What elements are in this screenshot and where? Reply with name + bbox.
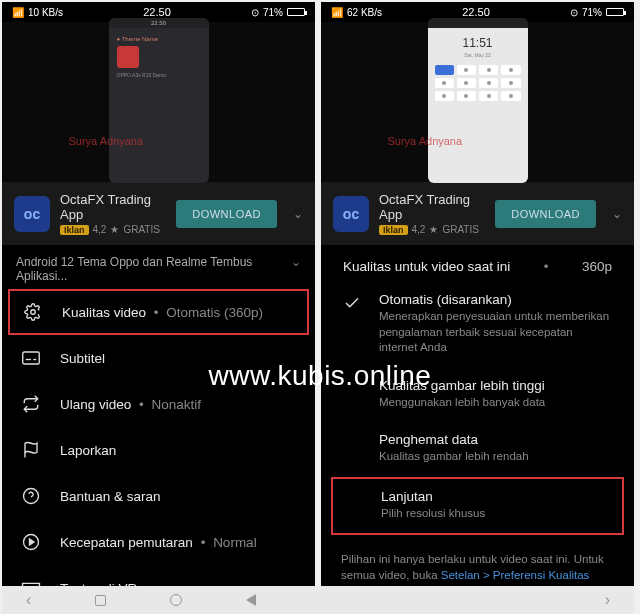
chevron-down-icon[interactable]: ⌄ [612,207,622,221]
alarm-icon: ⊙ [570,7,578,18]
chevron-down-icon[interactable]: ⌄ [291,255,301,269]
quality-options: Otomatis (disarankan) Menerapkan penyesu… [321,282,634,539]
video-watermark: Surya Adnyana [69,135,144,147]
quality-header-value: 360p [582,259,612,274]
net-speed: 10 KB/s [28,7,63,18]
star-icon: ★ [429,224,438,235]
menu-report[interactable]: Laporkan [2,427,315,473]
signal-icon: 📶 [331,7,343,18]
quality-higher[interactable]: Kualitas gambar lebih tinggi Menggunakan… [321,368,634,423]
menu-captions-label: Subtitel [60,351,297,366]
menu-help[interactable]: Bantuan & saran [2,473,315,519]
ad-rating: 4,2 [412,224,426,235]
alarm-icon: ⊙ [251,7,259,18]
menu-quality-label: Kualitas video [62,305,146,320]
net-speed: 62 KB/s [347,7,382,18]
menu-vr[interactable]: Tonton di VR [2,565,315,587]
quality-header-label: Kualitas untuk video saat ini [343,259,510,274]
phone-right: 📶 62 KB/s 22.50 ⊙ 71% 11:51 Sat, May 22 [321,2,634,587]
ad-title: OctaFX Trading App [60,192,166,222]
settings-menu: Kualitas video • Otomatis (360p) Subtite… [2,289,315,587]
quality-higher-desc: Menggunakan lebih banyak data [379,395,614,411]
menu-loop[interactable]: Ulang video • Nonaktif [2,381,315,427]
phone-left: 📶 10 KB/s 22.50 ⊙ 71% 22.50 ● Theme Name… [2,2,315,587]
ad-banner[interactable]: oc OctaFX Trading App Iklan 4,2 ★ GRATIS… [321,182,634,245]
help-icon [20,485,42,507]
video-player-area[interactable]: 22.50 ● Theme Name OPPO A3s R15 Demo Sur… [2,22,315,182]
quality-saver-desc: Kualitas gambar lebih rendah [379,449,614,465]
battery-pct: 71% [263,7,283,18]
play-speed-icon [20,531,42,553]
quality-auto[interactable]: Otomatis (disarankan) Menerapkan penyesu… [321,282,634,368]
ad-free: GRATIS [442,224,478,235]
captions-icon [20,347,42,369]
menu-quality-value: Otomatis (360p) [166,305,263,320]
check-icon [341,292,363,314]
quality-saver-title: Penghemat data [379,432,614,447]
loop-icon [20,393,42,415]
menu-speed-value: Normal [213,535,257,550]
quality-higher-title: Kualitas gambar lebih tinggi [379,378,614,393]
download-button[interactable]: DOWNLOAD [495,200,596,228]
nav-home-icon[interactable] [170,594,182,606]
battery-icon [606,8,624,16]
nav-back-icon[interactable] [246,594,256,606]
ad-free: GRATIS [123,224,159,235]
thumb-clock: 11:51 [432,32,524,52]
android-nav-bar: ‹ › [2,586,634,614]
chevron-down-icon[interactable]: ⌄ [293,207,303,221]
ad-title: OctaFX Trading App [379,192,485,222]
video-title-row[interactable]: Android 12 Tema Oppo dan Realme Tembus A… [2,245,315,289]
nav-back-chevron[interactable]: ‹ [26,591,31,609]
thumb-date: Sat, May 22 [432,52,524,62]
ad-rating: 4,2 [93,224,107,235]
svg-rect-1 [23,352,40,364]
download-button[interactable]: DOWNLOAD [176,200,277,228]
video-watermark: Surya Adnyana [388,135,463,147]
ad-badge: Iklan [379,225,408,235]
quality-auto-title: Otomatis (disarankan) [379,292,614,307]
ad-app-icon: oc [333,196,369,232]
signal-icon: 📶 [12,7,24,18]
svg-point-5 [24,489,39,504]
menu-report-label: Laporkan [60,443,297,458]
gear-icon [22,301,44,323]
star-icon: ★ [110,224,119,235]
video-thumbnail: 11:51 Sat, May 22 [428,18,528,183]
menu-loop-label: Ulang video [60,397,131,412]
nav-forward-chevron[interactable]: › [605,591,610,609]
ad-app-icon: oc [14,196,50,232]
menu-quality[interactable]: Kualitas video • Otomatis (360p) [8,289,309,335]
footer-note: Pilihan ini hanya berlaku untuk video sa… [321,539,634,587]
menu-speed[interactable]: Kecepatan pemutaran • Normal [2,519,315,565]
svg-point-0 [31,310,36,315]
ad-banner[interactable]: oc OctaFX Trading App Iklan 4,2 ★ GRATIS… [2,182,315,245]
battery-icon [287,8,305,16]
video-player-area[interactable]: 11:51 Sat, May 22 Surya Adnyana [321,22,634,182]
ad-info: OctaFX Trading App Iklan 4,2 ★ GRATIS [60,192,166,235]
ad-info: OctaFX Trading App Iklan 4,2 ★ GRATIS [379,192,485,235]
quality-auto-desc: Menerapkan penyesuaian untuk memberikan … [379,309,614,356]
flag-icon [20,439,42,461]
svg-marker-8 [30,539,35,545]
status-time: 22.50 [462,6,490,18]
battery-pct: 71% [582,7,602,18]
video-title: Android 12 Tema Oppo dan Realme Tembus A… [16,255,291,283]
menu-help-label: Bantuan & saran [60,489,297,504]
menu-speed-label: Kecepatan pemutaran [60,535,193,550]
video-thumbnail: 22.50 ● Theme Name OPPO A3s R15 Demo [109,18,209,183]
nav-recents-icon[interactable] [95,595,106,606]
menu-captions[interactable]: Subtitel [2,335,315,381]
ad-badge: Iklan [60,225,89,235]
quality-saver[interactable]: Penghemat data Kualitas gambar lebih ren… [321,422,634,477]
menu-loop-value: Nonaktif [152,397,202,412]
quality-advanced-title: Lanjutan [381,489,612,504]
quality-advanced-desc: Pilih resolusi khusus [381,506,612,522]
status-time: 22.50 [143,6,171,18]
quality-advanced[interactable]: Lanjutan Pilih resolusi khusus [331,477,624,536]
quality-header: Kualitas untuk video saat ini • 360p [321,245,634,282]
